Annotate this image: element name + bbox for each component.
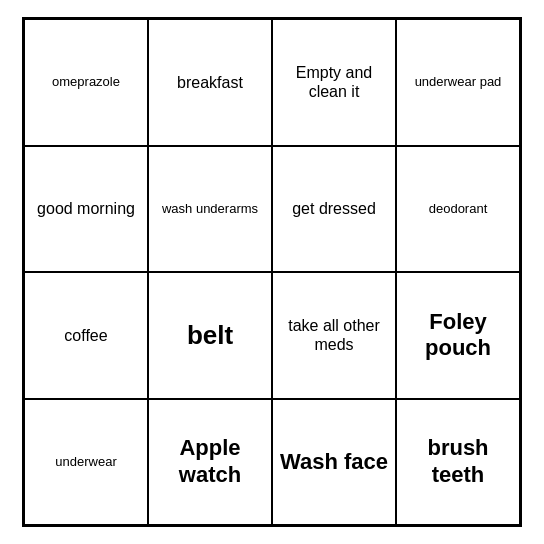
bingo-grid: omeprazolebreakfastEmpty and clean itund… (22, 17, 522, 527)
cell-wash-face: Wash face (272, 399, 396, 526)
cell-breakfast: breakfast (148, 19, 272, 146)
cell-brush-teeth: brush teeth (396, 399, 520, 526)
cell-omeprazole: omeprazole (24, 19, 148, 146)
bingo-board: omeprazolebreakfastEmpty and clean itund… (22, 17, 522, 527)
cell-get-dressed: get dressed (272, 146, 396, 273)
cell-foley-pouch: Foley pouch (396, 272, 520, 399)
cell-belt: belt (148, 272, 272, 399)
cell-wash-underarms: wash underarms (148, 146, 272, 273)
cell-coffee: coffee (24, 272, 148, 399)
cell-empty-clean: Empty and clean it (272, 19, 396, 146)
cell-other-meds: take all other meds (272, 272, 396, 399)
cell-underwear-pad: underwear pad (396, 19, 520, 146)
cell-underwear: underwear (24, 399, 148, 526)
cell-apple-watch: Apple watch (148, 399, 272, 526)
cell-good-morning: good morning (24, 146, 148, 273)
cell-deodorant: deodorant (396, 146, 520, 273)
